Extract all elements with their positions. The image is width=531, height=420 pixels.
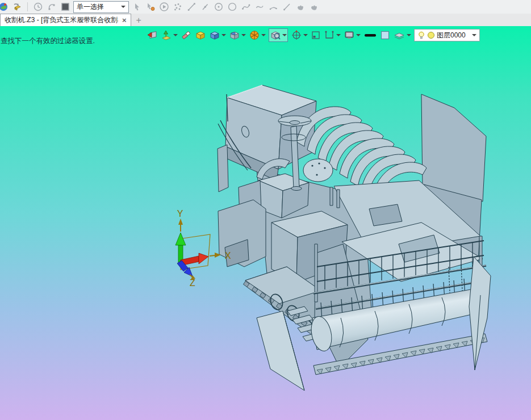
toolbar-separator xyxy=(27,2,28,11)
circle-tool-icon[interactable] xyxy=(227,1,238,12)
document-tab-bar: 收割机.Z3 - [背负式玉米履带联合收割机] × + xyxy=(0,14,531,26)
pick-filter-icon[interactable] xyxy=(145,1,156,12)
pan-hand-icon[interactable] xyxy=(295,1,306,12)
pick-cursor-icon[interactable] xyxy=(131,1,143,12)
selection-mode-value: 单一选择 xyxy=(77,2,116,12)
color-swatch-icon[interactable] xyxy=(60,1,71,12)
point-cloud-icon[interactable] xyxy=(172,1,183,12)
pan-hand-alt-icon[interactable] xyxy=(308,1,320,12)
spline-tool-icon[interactable] xyxy=(240,1,252,12)
app-window: 单一选择 xyxy=(0,0,531,420)
harvester-model[interactable] xyxy=(218,85,491,390)
line-tool-icon[interactable] xyxy=(186,1,197,12)
axis-label-x: X xyxy=(225,251,231,261)
play-replay-icon[interactable] xyxy=(158,1,170,12)
axis-label-y: Y xyxy=(177,209,183,219)
lasso-select-icon[interactable] xyxy=(46,1,57,12)
curve-tool-icon[interactable] xyxy=(254,1,265,12)
main-toolbar: 单一选择 xyxy=(0,0,531,14)
axis-label-z: Z xyxy=(190,278,195,288)
3d-viewport[interactable]: 查找下一个有效的过滤器设置. xyxy=(0,26,531,420)
import-part-icon[interactable] xyxy=(11,1,23,12)
scene-canvas[interactable]: Y X Z xyxy=(0,26,531,420)
selection-mode-combo[interactable]: 单一选择 xyxy=(73,1,129,13)
document-tab-label: 收割机.Z3 - [背负式玉米履带联合收割机] xyxy=(5,15,118,25)
chevron-down-icon xyxy=(121,6,126,8)
arc-tool-icon[interactable] xyxy=(267,1,279,12)
document-tab[interactable]: 收割机.Z3 - [背负式玉米履带联合收割机] × xyxy=(0,14,131,26)
new-tab-button[interactable]: + xyxy=(131,14,147,26)
tab-close-icon[interactable]: × xyxy=(122,16,127,24)
sketch-line-icon[interactable] xyxy=(281,1,292,12)
segment-tool-icon[interactable] xyxy=(199,1,211,12)
app-logo-icon[interactable] xyxy=(0,1,9,12)
circle-center-tool-icon[interactable] xyxy=(213,1,224,12)
record-history-icon[interactable] xyxy=(32,1,44,12)
